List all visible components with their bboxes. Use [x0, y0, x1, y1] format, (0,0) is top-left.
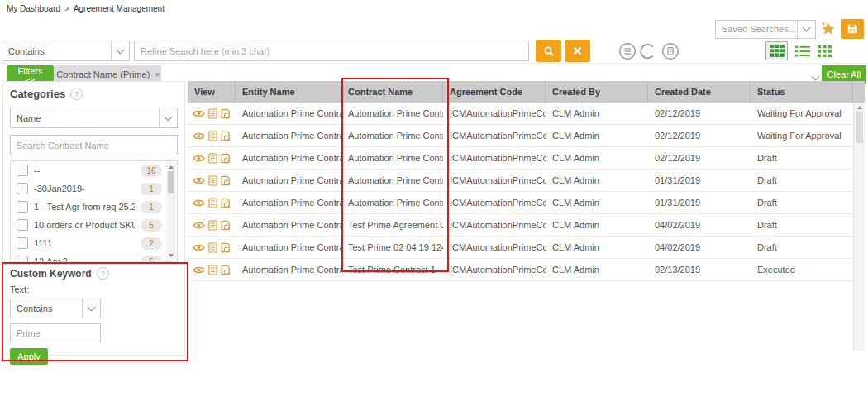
page-refresh-icon[interactable] — [221, 220, 231, 231]
saved-searches-group: Saved Searches... — [715, 19, 864, 39]
category-search-input[interactable] — [10, 135, 178, 155]
cell-agreement-code: ICMAutomationPrimeContr... — [443, 198, 546, 208]
eye-icon[interactable] — [193, 243, 205, 252]
eye-icon[interactable] — [193, 176, 205, 185]
table-row[interactable]: Automation Prime Contract... Automation … — [188, 192, 853, 214]
favorite-star-icon[interactable] — [821, 22, 836, 36]
checkbox[interactable] — [17, 256, 28, 262]
column-header-view[interactable]: View — [188, 81, 236, 103]
search-operator-select[interactable]: Contains — [2, 41, 130, 61]
cell-contract-name: Test Prime Contract 1 — [341, 265, 443, 275]
column-header-created-by[interactable]: Created By — [546, 81, 648, 103]
cell-created-date: 04/02/2019 — [648, 242, 751, 252]
grid-view-toggle[interactable] — [818, 45, 832, 57]
eye-icon[interactable] — [193, 221, 205, 230]
keyword-input[interactable] — [10, 323, 101, 342]
document-icon[interactable] — [208, 153, 217, 164]
page-refresh-icon[interactable] — [221, 131, 231, 141]
list-view-toggle[interactable] — [795, 45, 810, 57]
filters-toggle-button[interactable]: Filters << — [7, 65, 54, 83]
document-circle-icon[interactable] — [661, 42, 680, 60]
category-option[interactable]: 12.Apr.2 5 — [11, 252, 177, 262]
page-refresh-icon[interactable] — [221, 265, 231, 275]
help-icon[interactable]: ? — [70, 88, 83, 100]
document-icon[interactable] — [208, 198, 217, 208]
scroll-up-icon[interactable] — [857, 106, 862, 109]
document-icon[interactable] — [208, 265, 217, 275]
active-filter-chip[interactable]: Contract Name (Prime) × — [55, 65, 161, 83]
search-button[interactable] — [536, 40, 561, 62]
table-row[interactable]: Automation Prime Contract... Automation … — [188, 103, 853, 125]
cell-agreement-code: ICMAutomationPrimeContr... — [443, 220, 546, 230]
column-header-contract-name[interactable]: Contract Name — [341, 81, 443, 103]
scrollbar-thumb[interactable] — [856, 112, 863, 143]
help-icon[interactable]: ? — [97, 267, 109, 280]
clear-search-button[interactable] — [565, 40, 590, 62]
category-field-select[interactable]: Name — [10, 108, 178, 128]
page-refresh-icon[interactable] — [221, 175, 231, 186]
saved-searches-label: Saved Searches... — [716, 21, 797, 38]
category-list-scrollbar[interactable] — [166, 162, 176, 261]
page-refresh-icon[interactable] — [221, 108, 231, 119]
cell-created-date: 02/13/2019 — [648, 265, 751, 275]
saved-searches-select[interactable]: Saved Searches... — [715, 20, 816, 39]
keyword-operator-select[interactable]: Contains — [10, 299, 101, 318]
table-scrollbar[interactable] — [853, 103, 865, 351]
category-option[interactable]: -- 16 — [11, 161, 177, 179]
table-row[interactable]: Automation Prime Contract... Automation … — [188, 170, 853, 192]
cell-status: Draft — [751, 220, 853, 230]
eye-icon[interactable] — [193, 154, 205, 163]
row-actions — [188, 175, 236, 186]
row-actions — [188, 108, 236, 119]
category-option[interactable]: 10 orders or Product SKU AX30... 5 — [11, 216, 177, 234]
eye-icon[interactable] — [193, 265, 205, 275]
scrollbar-thumb[interactable] — [168, 171, 174, 193]
checkbox[interactable] — [17, 165, 28, 176]
chevron-down-icon — [82, 299, 100, 318]
remove-filter-icon[interactable]: × — [155, 69, 160, 79]
cell-entity-name: Automation Prime Contract... — [236, 108, 341, 118]
save-search-button[interactable] — [841, 19, 864, 39]
document-icon[interactable] — [208, 108, 217, 119]
checkbox[interactable] — [17, 237, 28, 249]
list-circle-icon[interactable] — [618, 42, 637, 60]
table-row[interactable]: Automation Prime Contract... Automation … — [188, 147, 853, 170]
table-row[interactable]: Automation Prime Contract Test Prime Agr… — [188, 214, 853, 237]
document-icon[interactable] — [208, 220, 217, 231]
refresh-circle-icon[interactable] — [640, 42, 658, 60]
column-header-status[interactable]: Status — [751, 81, 853, 103]
cell-entity-name: Automation Prime Contract... — [236, 198, 341, 208]
active-filter-label: Contract Name (Prime) — [56, 69, 150, 79]
document-icon[interactable] — [208, 131, 217, 141]
column-header-entity-name[interactable]: Entity Name — [236, 81, 341, 103]
eye-icon[interactable] — [193, 198, 205, 208]
document-icon[interactable] — [208, 175, 217, 186]
page-refresh-icon[interactable] — [221, 198, 231, 208]
checkbox[interactable] — [17, 183, 28, 194]
search-input[interactable] — [134, 41, 529, 61]
eye-icon[interactable] — [193, 132, 205, 141]
breadcrumb-my-dashboard[interactable]: My Dashboard — [7, 4, 60, 13]
view-mode-toggles — [765, 41, 832, 60]
category-option[interactable]: -30Jan2019- 1 — [11, 179, 177, 198]
column-header-agreement-code[interactable]: Agreement Code — [443, 81, 546, 103]
table-row[interactable]: Automation Prime Contract Test Prime Con… — [188, 259, 853, 281]
checkbox[interactable] — [17, 201, 28, 213]
table-row[interactable]: Automation Prime Contract... Automation … — [188, 125, 853, 147]
grid-view-icon — [818, 45, 832, 57]
eye-icon[interactable] — [193, 109, 205, 118]
table-view-toggle[interactable] — [765, 41, 788, 60]
column-header-created-date[interactable]: Created Date — [648, 81, 751, 103]
category-option[interactable]: 1111 2 — [11, 234, 177, 252]
apply-button[interactable]: Apply — [10, 348, 48, 365]
checkbox[interactable] — [17, 219, 28, 231]
scroll-up-icon[interactable] — [169, 165, 174, 169]
page-refresh-icon[interactable] — [221, 242, 231, 253]
scroll-down-icon[interactable] — [169, 254, 174, 257]
page-refresh-icon[interactable] — [221, 153, 231, 164]
chevron-down-icon[interactable] — [813, 71, 818, 81]
document-icon[interactable] — [208, 242, 217, 253]
category-option[interactable]: 1 - Test Agr from req 25.25 1 — [11, 198, 177, 216]
category-count-badge: 5 — [141, 219, 162, 232]
table-row[interactable]: Automation Prime Contract Test Prime 02 … — [188, 237, 853, 259]
